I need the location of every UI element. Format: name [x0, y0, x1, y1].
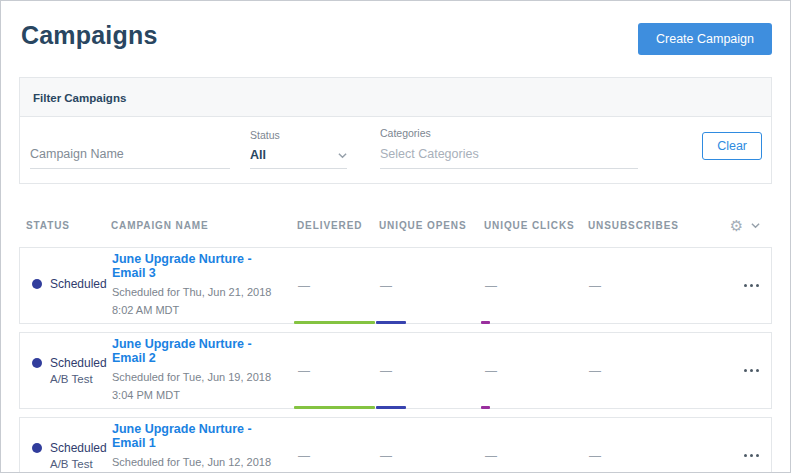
- campaign-link[interactable]: June Upgrade Nurture - Email 3: [112, 252, 288, 280]
- page-title: Campaigns: [21, 21, 158, 50]
- unique-opens-value: —: [380, 449, 485, 463]
- column-header-campaign-name: CAMPAIGN NAME: [111, 220, 297, 231]
- status-cell: Scheduled A/B Test: [27, 441, 112, 470]
- clicks-metric-bar: [481, 321, 490, 324]
- campaigns-page: Campaigns Create Campaign Filter Campaig…: [0, 0, 791, 473]
- opens-metric-bar: [376, 406, 406, 409]
- categories-label: Categories: [380, 127, 638, 141]
- delivered-value: —: [298, 279, 380, 293]
- status-field: Status All: [250, 129, 347, 169]
- clear-filters-button[interactable]: Clear: [702, 132, 762, 160]
- status-dot-icon: [32, 443, 42, 453]
- campaign-schedule-text: Scheduled for Tue, Jun 19, 2018 3:04 PM …: [112, 369, 288, 404]
- table-settings-control[interactable]: ⚙: [730, 218, 772, 233]
- ab-test-text: A/B Test: [50, 458, 107, 470]
- campaign-name-cell: June Upgrade Nurture - Email 3 Scheduled…: [112, 252, 298, 319]
- status-selected-value: All: [250, 148, 266, 162]
- delivered-metric-bar: [294, 406, 375, 409]
- campaign-link[interactable]: June Upgrade Nurture - Email 2: [112, 337, 288, 365]
- column-header-status: STATUS: [26, 220, 111, 231]
- campaign-name-cell: June Upgrade Nurture - Email 1 Scheduled…: [112, 422, 298, 473]
- campaign-name-field: [30, 127, 230, 169]
- unique-clicks-value: —: [485, 364, 589, 378]
- status-select[interactable]: All: [250, 144, 347, 169]
- gear-icon: ⚙: [730, 218, 744, 233]
- status-dot-icon: [32, 279, 42, 289]
- unsubscribes-value: —: [589, 364, 692, 378]
- delivered-metric-bar: [294, 321, 375, 324]
- column-header-unsubscribes: UNSUBSCRIBES: [588, 220, 691, 231]
- status-text: Scheduled: [50, 356, 107, 370]
- campaign-name-input[interactable]: [30, 142, 230, 169]
- unique-opens-value: —: [380, 364, 485, 378]
- filter-panel-title: Filter Campaigns: [33, 92, 126, 104]
- categories-field: Categories: [380, 127, 638, 169]
- campaign-name-cell: June Upgrade Nurture - Email 2 Scheduled…: [112, 337, 298, 404]
- row-overflow-menu-icon[interactable]: [744, 369, 771, 372]
- chevron-down-icon: [751, 221, 760, 230]
- opens-metric-bar: [376, 321, 406, 324]
- campaign-name-label: [30, 127, 230, 141]
- unsubscribes-value: —: [589, 279, 692, 293]
- filter-panel-header: Filter Campaigns: [20, 78, 771, 117]
- row-overflow-menu-icon[interactable]: [744, 454, 771, 457]
- campaign-schedule-text: Scheduled for Tue, Jun 12, 2018 3:04 PM …: [112, 454, 288, 473]
- filter-body: Status All Categories Clear: [20, 117, 771, 183]
- page-header: Campaigns Create Campaign: [1, 1, 790, 55]
- column-header-unique-opens: UNIQUE OPENS: [379, 220, 484, 231]
- unique-clicks-value: —: [485, 279, 589, 293]
- status-dot-icon: [32, 358, 42, 368]
- table-header-row: STATUS CAMPAIGN NAME DELIVERED UNIQUE OP…: [19, 218, 772, 247]
- filter-panel: Filter Campaigns Status All Categories C…: [19, 77, 772, 184]
- column-header-delivered: DELIVERED: [297, 220, 379, 231]
- row-overflow-menu-icon[interactable]: [744, 284, 771, 287]
- campaign-link[interactable]: June Upgrade Nurture - Email 1: [112, 422, 288, 450]
- chevron-down-icon: [338, 151, 347, 160]
- table-row: Scheduled June Upgrade Nurture - Email 3…: [19, 247, 772, 324]
- status-cell: Scheduled A/B Test: [27, 356, 112, 385]
- campaign-schedule-text: Scheduled for Thu, Jun 21, 2018 8:02 AM …: [112, 284, 288, 319]
- unsubscribes-value: —: [589, 449, 692, 463]
- table-row: Scheduled A/B Test June Upgrade Nurture …: [19, 332, 772, 409]
- unique-opens-value: —: [380, 279, 485, 293]
- status-cell: Scheduled: [27, 277, 112, 294]
- ab-test-text: A/B Test: [50, 373, 107, 385]
- status-text: Scheduled: [50, 277, 107, 291]
- delivered-value: —: [298, 449, 380, 463]
- column-header-unique-clicks: UNIQUE CLICKS: [484, 220, 588, 231]
- create-campaign-button[interactable]: Create Campaign: [638, 23, 772, 55]
- status-label: Status: [250, 129, 347, 143]
- categories-input[interactable]: [380, 142, 638, 169]
- delivered-value: —: [298, 364, 380, 378]
- table-row: Scheduled A/B Test June Upgrade Nurture …: [19, 417, 772, 473]
- clicks-metric-bar: [481, 406, 490, 409]
- status-text: Scheduled: [50, 441, 107, 455]
- unique-clicks-value: —: [485, 449, 589, 463]
